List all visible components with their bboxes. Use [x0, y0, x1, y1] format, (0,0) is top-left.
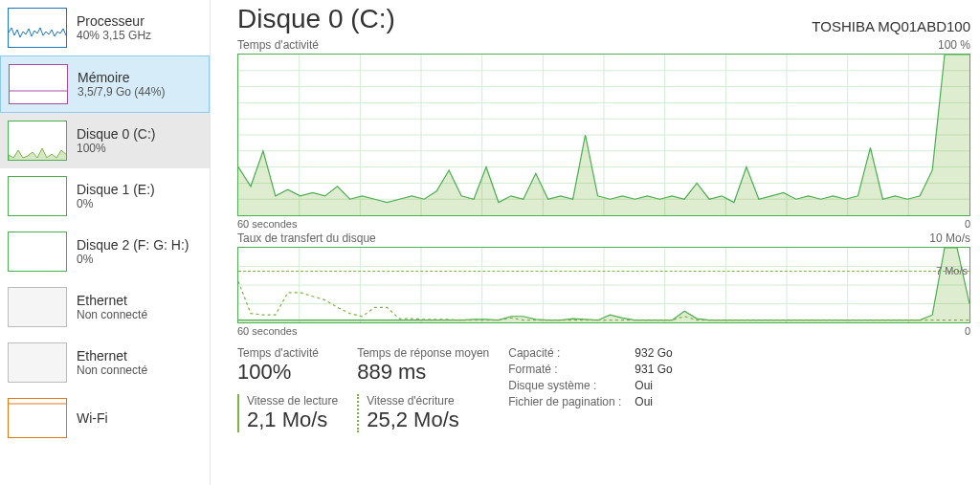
- write-label: Vitesse d'écriture: [367, 394, 489, 408]
- sidebar-item-title: Disque 0 (C:): [77, 126, 155, 142]
- response-label: Temps de réponse moyen: [357, 346, 489, 360]
- response-value: 889 ms: [357, 360, 489, 385]
- sidebar-item-sub: 0%: [77, 197, 155, 210]
- sidebar-item-5[interactable]: EthernetNon connecté: [0, 279, 210, 335]
- sidebar-item-title: Ethernet: [77, 293, 147, 308]
- sidebar-item-title: Processeur: [77, 13, 151, 29]
- sidebar-thumb-gray: [8, 342, 67, 383]
- activity-chart-xright: 0: [965, 218, 970, 230]
- prop-value: Oui: [635, 395, 672, 408]
- activity-chart-ylabel: 100 %: [938, 38, 970, 52]
- activity-chart: [237, 54, 970, 216]
- sidebar-thumb-orange: [8, 398, 67, 438]
- activity-value: 100%: [237, 360, 338, 385]
- transfer-marker-label: 7 Mo/s: [936, 265, 968, 276]
- sidebar-item-2[interactable]: Disque 0 (C:)100%: [0, 113, 210, 168]
- sidebar-item-sub: Non connecté: [77, 364, 147, 377]
- sidebar-item-sub: 100%: [77, 142, 155, 155]
- transfer-chart-xright: 0: [965, 325, 970, 337]
- sidebar-item-1[interactable]: Mémoire3,5/7,9 Go (44%): [0, 55, 210, 113]
- sidebar-item-sub: Non connecté: [77, 308, 147, 321]
- read-label: Vitesse de lecture: [247, 394, 338, 408]
- transfer-chart-block: Taux de transfert du disque 10 Mo/s 7 Mo…: [237, 231, 970, 337]
- activity-chart-xleft: 60 secondes: [237, 218, 297, 230]
- sidebar-item-7[interactable]: Wi-Fi: [0, 390, 210, 446]
- sidebar-item-sub: 40% 3,15 GHz: [77, 29, 151, 42]
- prop-label: Capacité :: [508, 346, 621, 360]
- sidebar-item-3[interactable]: Disque 1 (E:)0%: [0, 168, 210, 224]
- sidebar-item-title: Disque 1 (E:): [77, 182, 155, 197]
- prop-value: 931 Go: [635, 363, 672, 376]
- sidebar[interactable]: Processeur40% 3,15 GHzMémoire3,5/7,9 Go …: [0, 0, 211, 485]
- sidebar-item-6[interactable]: EthernetNon connecté: [0, 335, 210, 390]
- sidebar-item-0[interactable]: Processeur40% 3,15 GHz: [0, 0, 210, 55]
- activity-chart-block: Temps d'activité 100 % 60 secondes 0: [237, 38, 970, 230]
- transfer-chart-xleft: 60 secondes: [237, 325, 297, 337]
- prop-value: 932 Go: [635, 346, 672, 360]
- write-value: 25,2 Mo/s: [367, 408, 489, 432]
- sidebar-item-sub: 3,5/7,9 Go (44%): [78, 85, 165, 99]
- sidebar-item-title: Wi-Fi: [77, 410, 108, 426]
- sidebar-item-4[interactable]: Disque 2 (F: G: H:)0%: [0, 224, 210, 279]
- sidebar-item-title: Ethernet: [77, 348, 147, 364]
- sidebar-item-title: Mémoire: [78, 70, 165, 85]
- sidebar-item-title: Disque 2 (F: G: H:): [77, 237, 189, 253]
- prop-label: Formaté :: [508, 363, 621, 376]
- sidebar-thumb-green: [8, 121, 67, 161]
- sidebar-thumb-gray: [8, 287, 67, 327]
- stats-row: Temps d'activité 100% Vitesse de lecture…: [237, 346, 970, 432]
- sidebar-thumb-green: [8, 231, 67, 272]
- device-model: TOSHIBA MQ01ABD100: [812, 18, 970, 34]
- sidebar-thumb-purple: [9, 64, 68, 104]
- transfer-chart-ylabel: 10 Mo/s: [929, 231, 970, 245]
- transfer-chart-title: Taux de transfert du disque: [237, 231, 376, 245]
- read-value: 2,1 Mo/s: [247, 408, 338, 432]
- transfer-chart: 7 Mo/s: [237, 247, 970, 323]
- sidebar-item-sub: 0%: [77, 253, 189, 266]
- prop-label: Fichier de pagination :: [508, 395, 621, 408]
- sidebar-thumb-blue: [8, 8, 67, 48]
- prop-label: Disque système :: [508, 379, 621, 392]
- sidebar-thumb-green: [8, 176, 67, 216]
- activity-label: Temps d'activité: [237, 346, 338, 360]
- activity-chart-title: Temps d'activité: [237, 38, 319, 52]
- page-title: Disque 0 (C:): [237, 4, 395, 34]
- properties: Capacité :Formaté :Disque système :Fichi…: [508, 346, 672, 432]
- prop-value: Oui: [635, 379, 672, 392]
- main-panel: Disque 0 (C:) TOSHIBA MQ01ABD100 Temps d…: [211, 0, 980, 485]
